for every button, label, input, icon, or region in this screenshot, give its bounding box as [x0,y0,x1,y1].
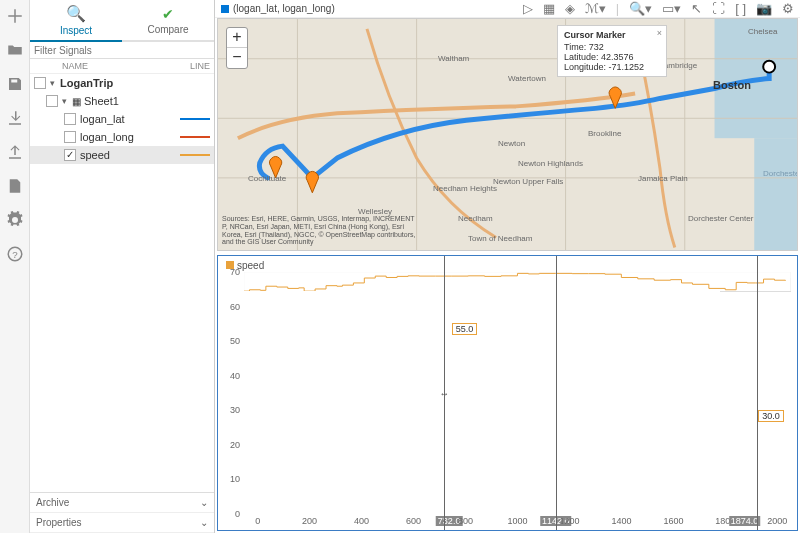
legend-label: speed [237,260,264,271]
svg-text:?: ? [12,249,18,260]
search-icon: 🔍 [66,4,86,23]
line-swatch [180,154,210,156]
checkbox[interactable] [64,131,76,143]
map-label: Dorchester Bay [763,169,798,178]
folder-icon[interactable] [5,40,25,60]
chart-canvas [244,272,791,291]
chevron-down-icon[interactable]: ▾ [62,96,72,106]
map-label: Needham Heights [433,184,497,193]
header-name: NAME [34,61,190,71]
signal-tree: ▾ LoganTrip ▾ ▦ Sheet1 logan_lat logan_l… [30,74,214,492]
map-label: Newton Upper Falls [493,177,563,186]
eraser-icon[interactable]: ◈ [565,1,575,16]
filter-box [30,42,214,59]
cursor-title: Cursor Marker [564,30,660,40]
map-attribution: Sources: Esri, HERE, Garmin, USGS, Inter… [222,215,422,246]
save-icon[interactable] [5,74,25,94]
main-area: (logan_lat, logan_long) ▷ ▦ ◈ ℳ▾ | 🔍▾ ▭▾… [215,0,800,533]
cursor-line-3[interactable] [757,256,758,530]
series-color-swatch [221,5,229,13]
gear-icon[interactable]: ⚙ [782,1,794,16]
cursor-line-2[interactable] [556,256,557,530]
panel-footer: Archive⌄ Properties⌄ [30,492,214,533]
map-label: Town of Needham [468,234,532,243]
chevron-down-icon: ⌄ [200,497,208,508]
properties-label: Properties [36,517,82,528]
map-label: Boston [713,79,751,91]
signals-panel: 🔍 Inspect ✔ Compare NAME LINE ▾ LoganTri… [30,0,215,533]
map-label: Waltham [438,54,469,63]
checkbox[interactable] [64,113,76,125]
import-icon[interactable] [5,108,25,128]
export-icon[interactable] [5,142,25,162]
tab-compare-label: Compare [147,24,188,35]
map-label: Dorchester Center [688,214,753,223]
map-label: Brookline [588,129,621,138]
style-icon[interactable]: ℳ▾ [585,1,606,16]
tree-signal-speed[interactable]: speed [30,146,214,164]
left-toolbar: ? [0,0,30,533]
map-label: Newton Highlands [518,159,583,168]
sheet-icon: ▦ [72,96,81,107]
checkbox[interactable] [64,149,76,161]
zoom-control: + − [226,27,248,69]
tab-inspect[interactable]: 🔍 Inspect [30,0,122,42]
cursor-handle[interactable]: ↔ [439,388,449,399]
grid-icon[interactable]: ▦ [543,1,555,16]
tree-header: NAME LINE [30,59,214,74]
gear-icon[interactable] [5,210,25,230]
camera-icon[interactable]: 📷 [756,1,772,16]
close-icon[interactable]: × [657,28,662,38]
cursor-x-3: 1874.0 [729,516,761,526]
chart-view[interactable]: speed Time Plot ∘∘∘ 706050403020100 0200… [217,255,798,531]
map-label: Needham [458,214,493,223]
fit-icon[interactable]: [ ] [735,1,746,16]
plot-title: (logan_lat, logan_long) [233,3,335,14]
help-icon[interactable]: ? [5,244,25,264]
panel-tabs: 🔍 Inspect ✔ Compare [30,0,214,42]
checkbox[interactable] [34,77,46,89]
map-view[interactable]: Boston Cambridge Newton Brookline Watert… [217,18,798,251]
archive-section[interactable]: Archive⌄ [30,493,214,513]
chevron-down-icon: ⌄ [200,517,208,528]
play-icon[interactable]: ▷ [523,1,533,16]
tree-label: logan_lat [80,113,180,125]
line-swatch [180,136,210,138]
tab-compare[interactable]: ✔ Compare [122,0,214,40]
map-toolbar: ▷ ▦ ◈ ℳ▾ | 🔍▾ ▭▾ ↖ ⛶ [ ] 📷 ⚙ [523,1,794,16]
tree-signal-long[interactable]: logan_long [30,128,214,146]
zoom-icon[interactable]: 🔍▾ [629,1,652,16]
filter-input[interactable] [34,45,210,56]
tree-label: Sheet1 [84,95,210,107]
tree-signal-lat[interactable]: logan_lat [30,110,214,128]
map-label: Jamaica Plain [638,174,688,183]
data-label-2: 30.0 [758,410,784,422]
pointer-icon[interactable]: ↖ [691,1,702,16]
map-label: Chelsea [748,27,777,36]
map-label: Cochituate [248,174,286,183]
zoom-in-button[interactable]: + [227,28,247,48]
checkbox[interactable] [46,95,58,107]
chevron-down-icon[interactable]: ▾ [50,78,60,88]
tree-root[interactable]: ▾ LoganTrip [30,74,214,92]
data-label-1: 55.0 [452,323,478,335]
line-swatch [180,118,210,120]
document-icon[interactable] [5,176,25,196]
tree-sheet[interactable]: ▾ ▦ Sheet1 [30,92,214,110]
tab-inspect-label: Inspect [60,25,92,36]
svg-rect-4 [754,138,797,250]
check-icon: ✔ [162,6,174,22]
cursor-marker-info: × Cursor Marker Time: 732 Latitude: 42.3… [557,25,667,77]
tree-label: LoganTrip [60,77,210,89]
zoom-out-button[interactable]: − [227,48,247,68]
map-label: Watertown [508,74,546,83]
select-icon[interactable]: ▭▾ [662,1,681,16]
titlebar: (logan_lat, logan_long) ▷ ▦ ◈ ℳ▾ | 🔍▾ ▭▾… [215,0,800,18]
expand-icon[interactable]: ⛶ [712,1,725,16]
tree-label: logan_long [80,131,180,143]
properties-section[interactable]: Properties⌄ [30,513,214,533]
map-label: Newton [498,139,525,148]
x-axis: 0200400600 732.0 8001000 1142.0 12001400… [244,516,791,528]
svg-point-5 [763,61,775,73]
add-icon[interactable] [5,6,25,26]
